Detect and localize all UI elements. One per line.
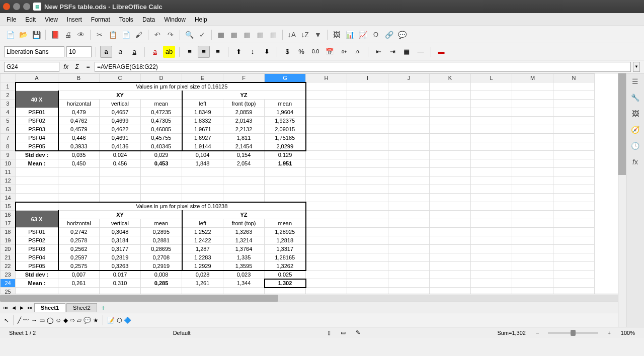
cell[interactable]: 1,3595 (223, 262, 265, 271)
cell[interactable] (471, 168, 512, 176)
row-header[interactable]: 19 (1, 236, 16, 245)
cell[interactable]: 0,129 (265, 151, 306, 159)
cell[interactable] (512, 100, 553, 108)
date-button[interactable]: 📅 (324, 46, 336, 58)
zoom-percent[interactable]: 100% (616, 330, 640, 336)
cell[interactable]: 2,0299 (265, 142, 306, 151)
name-box[interactable] (4, 62, 59, 72)
cell[interactable] (430, 151, 471, 159)
cell[interactable] (16, 82, 58, 91)
font-size-select[interactable] (66, 46, 92, 57)
cell[interactable] (430, 82, 471, 91)
cell[interactable]: 0,008 (141, 271, 182, 279)
cell[interactable] (471, 253, 512, 262)
cell[interactable] (430, 245, 471, 253)
cell[interactable]: PSF03 (16, 245, 58, 253)
cell[interactable]: XY (58, 91, 182, 100)
cell[interactable]: PSF05 (16, 142, 58, 151)
bold-button[interactable]: a (100, 46, 112, 58)
cell[interactable]: 0,2895 (141, 228, 182, 236)
cell[interactable]: PSF04 (16, 134, 58, 142)
menu-window[interactable]: Window (160, 14, 190, 25)
col-button[interactable]: ▦ (228, 29, 240, 41)
tab-prev-button[interactable]: ◀ (10, 304, 17, 311)
cell[interactable] (388, 125, 430, 134)
cell[interactable] (306, 194, 347, 202)
cell[interactable] (430, 211, 471, 219)
cell[interactable]: 0,035 (58, 151, 100, 159)
cell[interactable] (553, 262, 595, 271)
cell[interactable] (347, 82, 388, 91)
cell[interactable] (512, 279, 553, 288)
cell[interactable]: left (182, 219, 223, 228)
sum-button[interactable]: Σ (72, 62, 82, 71)
cell[interactable] (306, 185, 347, 194)
cell[interactable] (471, 211, 512, 219)
borders-button[interactable]: ▦ (400, 46, 413, 58)
chart-button[interactable]: 📊 (344, 29, 356, 41)
cell[interactable] (388, 202, 430, 211)
cell[interactable] (553, 159, 595, 168)
align-left-button[interactable]: ≡ (184, 46, 196, 58)
cell[interactable] (430, 117, 471, 125)
sidebar-functions-icon[interactable]: fx (629, 156, 641, 168)
cell[interactable] (512, 108, 553, 117)
cell[interactable] (553, 185, 595, 194)
col-header-G[interactable]: G (265, 74, 306, 82)
cell[interactable]: 1,2283 (182, 253, 223, 262)
cell[interactable] (347, 100, 388, 108)
find-button[interactable]: 🔍 (183, 29, 195, 41)
cell[interactable] (388, 151, 430, 159)
cell[interactable] (100, 168, 141, 176)
row-header[interactable]: 21 (1, 253, 16, 262)
new-doc-button[interactable]: 📄 (4, 29, 16, 41)
cell[interactable]: 0,4579 (58, 125, 100, 134)
cell[interactable]: 0,261 (58, 279, 100, 288)
cell[interactable] (141, 194, 182, 202)
cell[interactable]: 1,3764 (223, 245, 265, 253)
cell[interactable] (430, 159, 471, 168)
cell[interactable]: Values in µm for pixel size of 0.10238 (58, 202, 306, 211)
cell[interactable] (16, 185, 58, 194)
conditional-format-button[interactable]: ▬ (435, 46, 447, 58)
formula-input[interactable] (95, 62, 631, 72)
cell[interactable]: 1,2818 (265, 236, 306, 245)
cell[interactable] (512, 134, 553, 142)
cell[interactable] (471, 236, 512, 245)
cell[interactable] (512, 82, 553, 91)
sheet-tab-1[interactable]: Sheet1 (34, 303, 65, 312)
cell[interactable]: 1,9144 (182, 142, 223, 151)
cell[interactable]: 1,6927 (182, 134, 223, 142)
cell[interactable]: Mean : (16, 159, 58, 168)
cell[interactable] (388, 82, 430, 91)
row-header[interactable]: 4 (1, 108, 16, 117)
cell[interactable]: PSF02 (16, 236, 58, 245)
cell[interactable] (16, 168, 58, 176)
cell[interactable]: 2,09015 (265, 125, 306, 134)
cell[interactable] (553, 288, 595, 294)
cell[interactable] (182, 194, 223, 202)
cell[interactable] (347, 159, 388, 168)
horizontal-scrollbar[interactable] (0, 294, 618, 302)
cell[interactable] (471, 262, 512, 271)
cell[interactable] (347, 279, 388, 288)
cell-magnification-40x[interactable]: 40 X (16, 91, 58, 108)
cell[interactable] (58, 194, 100, 202)
cell[interactable] (306, 176, 347, 185)
col-header-J[interactable]: J (388, 74, 430, 82)
shapes-tool[interactable]: ☺ (55, 317, 61, 324)
status-selection-mode[interactable]: ▭ (336, 329, 351, 336)
italic-button[interactable]: a (114, 46, 126, 58)
cell[interactable]: 0,446 (58, 134, 100, 142)
cell[interactable]: 1,28925 (265, 228, 306, 236)
cell[interactable]: 1,28165 (265, 253, 306, 262)
cell[interactable]: 2,0143 (223, 117, 265, 125)
cell[interactable]: 1,2522 (182, 228, 223, 236)
cell[interactable]: 0,40345 (141, 142, 182, 151)
cell[interactable] (388, 253, 430, 262)
cell[interactable] (471, 134, 512, 142)
cell[interactable] (388, 271, 430, 279)
cell[interactable] (182, 185, 223, 194)
cell[interactable] (512, 142, 553, 151)
cell[interactable]: 1,3214 (223, 236, 265, 245)
